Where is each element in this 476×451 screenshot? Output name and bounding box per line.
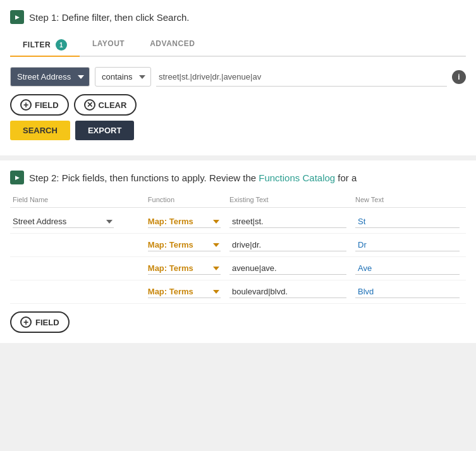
new-input-3[interactable] bbox=[355, 262, 460, 275]
tab-filter[interactable]: FILTER 1 bbox=[10, 34, 80, 57]
table-row: Street Address Map: Terms bbox=[10, 210, 466, 234]
function-select-1[interactable]: Map: Terms bbox=[148, 215, 221, 228]
existing-input-2[interactable] bbox=[229, 239, 346, 251]
filter-badge: 1 bbox=[56, 39, 67, 51]
existing-input-1[interactable] bbox=[229, 215, 346, 228]
action-buttons-row1: + FIELD ✕ CLEAR bbox=[10, 94, 466, 116]
field-name-cell: Street Address bbox=[10, 214, 145, 229]
new-cell-3 bbox=[353, 261, 466, 276]
step2-icon bbox=[10, 171, 24, 184]
operator-select[interactable]: contains bbox=[95, 67, 151, 87]
field-name-select[interactable]: Street Address bbox=[13, 215, 114, 228]
function-cell-4: Map: Terms bbox=[145, 284, 227, 299]
step2-header: Step 2: Pick fields, then functions to a… bbox=[10, 171, 466, 184]
existing-cell-1 bbox=[227, 214, 353, 229]
tab-advanced[interactable]: ADVANCED bbox=[137, 34, 207, 56]
col-header-existing: Existing Text bbox=[227, 195, 353, 205]
table-row: Map: Terms bbox=[10, 280, 466, 304]
function-cell-1: Map: Terms bbox=[145, 214, 227, 229]
new-input-1[interactable] bbox=[355, 215, 460, 228]
export-button[interactable]: EXPORT bbox=[75, 121, 134, 140]
function-cell-3: Map: Terms bbox=[145, 261, 227, 276]
add-field-label-step2: FIELD bbox=[35, 318, 59, 327]
new-cell-2 bbox=[353, 238, 466, 253]
clear-button[interactable]: ✕ CLEAR bbox=[74, 94, 137, 116]
function-cell-2: Map: Terms bbox=[145, 238, 227, 253]
function-select-3[interactable]: Map: Terms bbox=[148, 262, 221, 275]
plus-icon-step2: + bbox=[20, 316, 32, 328]
x-icon: ✕ bbox=[84, 99, 95, 111]
add-field-button-step2[interactable]: + FIELD bbox=[10, 311, 70, 333]
functions-catalog-link[interactable]: Functions Catalog bbox=[259, 172, 335, 183]
existing-cell-3 bbox=[227, 261, 353, 276]
existing-cell-4 bbox=[227, 284, 353, 299]
filter-row: Street Address contains i bbox=[10, 67, 466, 87]
new-cell-1 bbox=[353, 214, 466, 229]
filter-value-input[interactable] bbox=[156, 68, 447, 87]
new-input-4[interactable] bbox=[355, 286, 460, 298]
search-button[interactable]: SEARCH bbox=[10, 121, 70, 140]
existing-input-4[interactable] bbox=[229, 286, 346, 298]
info-button[interactable]: i bbox=[452, 70, 466, 84]
function-select-2[interactable]: Map: Terms bbox=[148, 239, 221, 251]
clear-label: CLEAR bbox=[99, 100, 127, 110]
action-buttons-row2: SEARCH EXPORT bbox=[10, 121, 466, 140]
step1-icon bbox=[10, 10, 24, 24]
field-select[interactable]: Street Address bbox=[10, 67, 90, 87]
existing-cell-2 bbox=[227, 238, 353, 253]
tabs-bar: FILTER 1 LAYOUT ADVANCED bbox=[10, 34, 466, 57]
step1-section: Step 1: Define filter, then click Search… bbox=[0, 0, 476, 155]
col-header-new-text: New Text bbox=[353, 195, 466, 205]
step1-header: Step 1: Define filter, then click Search… bbox=[10, 10, 466, 24]
col-header-field-name: Field Name bbox=[10, 195, 145, 205]
col-header-function: Function bbox=[145, 195, 227, 205]
step1-title: Step 1: Define filter, then click Search… bbox=[29, 12, 189, 23]
new-input-2[interactable] bbox=[355, 239, 460, 251]
tab-layout[interactable]: LAYOUT bbox=[80, 34, 137, 56]
table-row: Map: Terms bbox=[10, 234, 466, 257]
plus-icon: + bbox=[20, 99, 32, 111]
existing-input-3[interactable] bbox=[229, 262, 346, 275]
new-cell-4 bbox=[353, 284, 466, 299]
add-field-button[interactable]: + FIELD bbox=[10, 94, 69, 116]
table-row: Map: Terms bbox=[10, 257, 466, 280]
column-headers: Field Name Function Existing Text New Te… bbox=[10, 195, 466, 208]
function-select-4[interactable]: Map: Terms bbox=[148, 286, 221, 298]
step2-title: Step 2: Pick fields, then functions to a… bbox=[29, 172, 357, 183]
add-field-label: FIELD bbox=[35, 100, 59, 110]
step2-section: Step 2: Pick fields, then functions to a… bbox=[0, 160, 476, 343]
mapping-table: Field Name Function Existing Text New Te… bbox=[10, 195, 466, 304]
